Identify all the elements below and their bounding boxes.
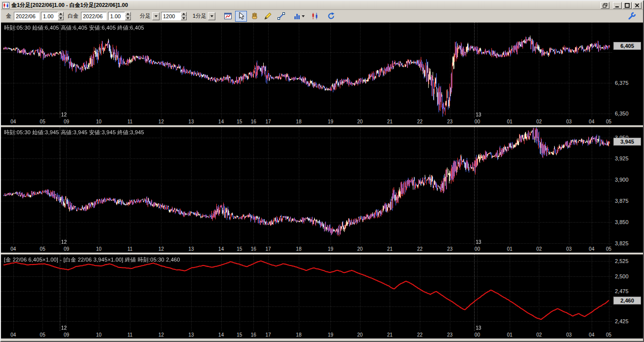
- time-label: 10: [96, 119, 102, 124]
- time-label: 01: [507, 119, 512, 124]
- bar-count-down-button[interactable]: [181, 16, 187, 21]
- cursor-select-button[interactable]: [235, 11, 247, 22]
- timeframe-dropdown-button[interactable]: [208, 12, 215, 20]
- platinum-price-scale[interactable]: 3,9503,9253,9003,8753,8503,8253,945: [612, 127, 643, 253]
- time-label: 21: [387, 246, 393, 252]
- time-label: 23: [447, 332, 452, 338]
- restore-button[interactable]: [601, 2, 609, 9]
- gold-contract-input[interactable]: [14, 12, 40, 20]
- time-label: 19: [328, 246, 333, 252]
- time-label: 15: [237, 332, 242, 338]
- close-button[interactable]: [633, 2, 642, 9]
- time-label: 05: [606, 246, 611, 252]
- gold-multiplier-up-button[interactable]: [58, 12, 64, 16]
- down-arrow-icon: [182, 17, 185, 19]
- maximize-button[interactable]: [623, 2, 632, 9]
- trendline-tool-button[interactable]: [275, 11, 287, 22]
- time-label: 18: [296, 246, 301, 252]
- platinum-multiplier-up-button[interactable]: [125, 12, 131, 16]
- gold-multiplier-input[interactable]: [41, 12, 58, 20]
- pan-hand-icon: [250, 12, 259, 20]
- time-label: 01: [507, 246, 512, 252]
- time-label: 18: [296, 332, 301, 338]
- time-label: 02: [536, 119, 542, 124]
- time-label: 04: [10, 332, 16, 338]
- price-label: 3,900: [615, 177, 629, 183]
- platinum-time-axis: 0405091011121314151617181920212223000102…: [1, 246, 612, 253]
- timeframe-combo[interactable]: 1分足: [191, 12, 215, 21]
- time-label: 04: [10, 246, 16, 252]
- time-label: 13: [188, 246, 194, 252]
- time-label: 16: [251, 119, 256, 124]
- time-label: 13: [188, 119, 194, 124]
- chart-window-icon: [224, 12, 232, 20]
- charts-area: 時刻:05:30 始値:6,405 高値:6,405 安値:6,405 終値:6…: [1, 23, 643, 339]
- time-label: 19: [328, 332, 333, 338]
- indicator-bars-button[interactable]: [291, 11, 307, 22]
- time-label: 14: [218, 332, 224, 338]
- gold-price-scale[interactable]: 6,3756,3506,405: [612, 23, 643, 125]
- platinum-contract-input[interactable]: [81, 12, 107, 20]
- time-label: 16: [251, 246, 256, 252]
- time-label: 22: [417, 332, 422, 338]
- pan-hand-button[interactable]: [248, 11, 260, 22]
- time-label: 03: [566, 332, 572, 338]
- draw-pencil-button[interactable]: [262, 11, 274, 22]
- minimize-button[interactable]: [613, 2, 622, 9]
- gold-multiplier-spinner: [41, 12, 64, 20]
- time-label: 12: [159, 119, 164, 124]
- time-label: 00: [475, 246, 480, 252]
- bar-count-input[interactable]: [161, 12, 181, 20]
- time-label: 10: [96, 246, 102, 252]
- chevron-down-icon: [155, 15, 158, 17]
- spread-chart-canvas[interactable]: [1, 255, 612, 332]
- platinum-chart-panel: 時刻:05:30 始値:3,945 高値:3,945 安値:3,945 終値:3…: [1, 127, 643, 253]
- time-label: 00: [475, 332, 480, 338]
- app-icon: [2, 2, 9, 9]
- gold-label: 金: [6, 12, 11, 20]
- up-arrow-icon: [182, 13, 185, 15]
- platinum-multiplier-input[interactable]: [108, 12, 125, 20]
- candlestick-chart-button[interactable]: [309, 11, 321, 22]
- gold-time-axis: 0405091011121314151617181920212223000102…: [1, 118, 612, 125]
- time-label: 05: [606, 119, 611, 124]
- titlebar[interactable]: 金1分足[2022/06]1.00 - 白金1分足[2022/06]1.00: [1, 1, 643, 10]
- chevron-down-icon: [210, 15, 213, 17]
- timeframe-value: 1分足: [191, 12, 208, 20]
- time-label: 01: [507, 332, 512, 338]
- period-type-combo[interactable]: 分足: [138, 12, 160, 21]
- price-label: 2,425: [615, 318, 629, 324]
- period-type-dropdown-button[interactable]: [152, 12, 160, 20]
- time-label: 13: [188, 332, 194, 338]
- platinum-ohlc-readout: 時刻:05:30 始値:3,945 高値:3,945 安値:3,945 終値:3…: [4, 129, 144, 136]
- gold-chart-canvas[interactable]: [1, 23, 612, 118]
- spread-chart-panel: [金 22/06 6,405×1.00] - [白金 22/06 3,945×1…: [1, 255, 643, 339]
- bar-count-up-button[interactable]: [181, 12, 187, 16]
- price-label: 6,350: [615, 111, 629, 116]
- time-label: 14: [218, 246, 224, 252]
- gold-multiplier-down-button[interactable]: [58, 16, 64, 21]
- platinum-chart-canvas[interactable]: [1, 127, 612, 246]
- time-label: 03: [566, 119, 572, 124]
- last-price-box: 2,460: [613, 297, 641, 304]
- platinum-multiplier-down-button[interactable]: [125, 16, 131, 21]
- price-label: 3,825: [615, 240, 629, 246]
- time-label: 00: [475, 119, 480, 124]
- window-title: 金1分足[2022/06]1.00 - 白金1分足[2022/06]1.00: [11, 1, 599, 9]
- gold-ohlc-readout: 時刻:05:30 始値:6,405 高値:6,405 安値:6,405 終値:6…: [4, 24, 144, 32]
- price-label: 6,375: [615, 80, 629, 86]
- bar-count-spinner: [161, 12, 187, 20]
- time-label: 21: [387, 119, 393, 124]
- period-type-value: 分足: [138, 12, 152, 20]
- time-label: 17: [265, 119, 271, 124]
- price-label: 2,500: [615, 273, 629, 279]
- time-label: 09: [64, 119, 69, 124]
- chart-window-button[interactable]: [222, 11, 234, 22]
- settings-wrench-button[interactable]: [626, 11, 638, 22]
- restore-icon: [603, 3, 607, 8]
- refresh-button[interactable]: [325, 11, 337, 22]
- toolbar: 金 白金 分足: [1, 10, 643, 23]
- time-label: 05: [40, 332, 45, 338]
- spread-price-scale[interactable]: 2,5252,5002,4752,4252,460: [612, 255, 643, 339]
- down-arrow-icon: [59, 17, 62, 19]
